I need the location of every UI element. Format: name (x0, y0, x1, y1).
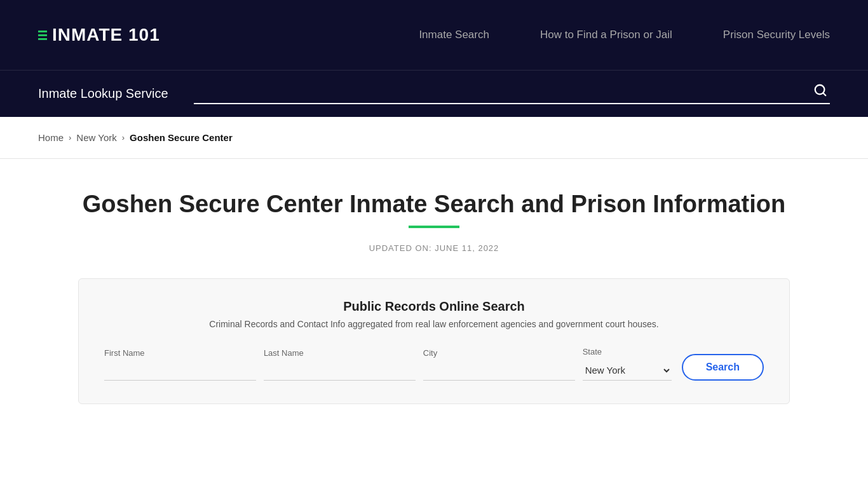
top-navigation: INMATE 101 Inmate Search How to Find a P… (0, 0, 868, 70)
breadcrumb-separator-1: › (69, 133, 71, 142)
city-field: City (423, 348, 575, 381)
search-service-label: Inmate Lookup Service (38, 86, 168, 101)
lookup-search-button[interactable] (811, 83, 830, 100)
nav-link-how-to-find[interactable]: How to Find a Prison or Jail (540, 29, 672, 41)
first-name-input[interactable] (104, 362, 256, 381)
nav-link-security-levels[interactable]: Prison Security Levels (723, 29, 830, 41)
first-name-label: First Name (104, 348, 256, 358)
nav-link-inmate-search[interactable]: Inmate Search (419, 29, 489, 41)
breadcrumb-current: Goshen Secure Center (130, 132, 233, 143)
state-select[interactable]: AlabamaAlaskaArizonaArkansasCaliforniaCo… (583, 360, 672, 381)
logo-text: INMATE 101 (52, 25, 160, 45)
main-content: Goshen Secure Center Inmate Search and P… (0, 159, 868, 430)
breadcrumb-separator-2: › (122, 133, 125, 142)
title-underline (409, 226, 459, 228)
search-button[interactable]: Search (682, 354, 764, 381)
logo[interactable]: INMATE 101 (38, 25, 160, 45)
card-subtitle: Criminal Records and Contact Info aggreg… (104, 319, 764, 329)
lookup-search-input[interactable] (194, 86, 811, 98)
search-icon (813, 83, 827, 97)
breadcrumb-section: Home › New York › Goshen Secure Center (0, 117, 868, 159)
updated-label: UPDATED ON: JUNE 11, 2022 (38, 243, 830, 253)
card-title: Public Records Online Search (104, 299, 764, 314)
nav-links: Inmate Search How to Find a Prison or Ja… (419, 29, 830, 41)
svg-line-1 (823, 93, 825, 95)
page-title: Goshen Secure Center Inmate Search and P… (38, 191, 830, 218)
state-field: State AlabamaAlaskaArizonaArkansasCalifo… (583, 347, 672, 381)
search-form: First Name Last Name City State AlabamaA… (104, 347, 764, 381)
breadcrumb: Home › New York › Goshen Secure Center (38, 132, 830, 143)
logo-bars-icon (38, 30, 47, 40)
last-name-field: Last Name (264, 348, 416, 381)
breadcrumb-home[interactable]: Home (38, 132, 64, 143)
city-input[interactable] (423, 362, 575, 381)
last-name-label: Last Name (264, 348, 416, 358)
breadcrumb-state[interactable]: New York (76, 132, 116, 143)
city-label: City (423, 348, 575, 358)
search-service-bar: Inmate Lookup Service (0, 70, 868, 117)
first-name-field: First Name (104, 348, 256, 381)
public-records-search-card: Public Records Online Search Criminal Re… (78, 278, 790, 404)
state-label: State (583, 347, 672, 356)
search-input-wrapper (194, 83, 830, 104)
last-name-input[interactable] (264, 362, 416, 381)
